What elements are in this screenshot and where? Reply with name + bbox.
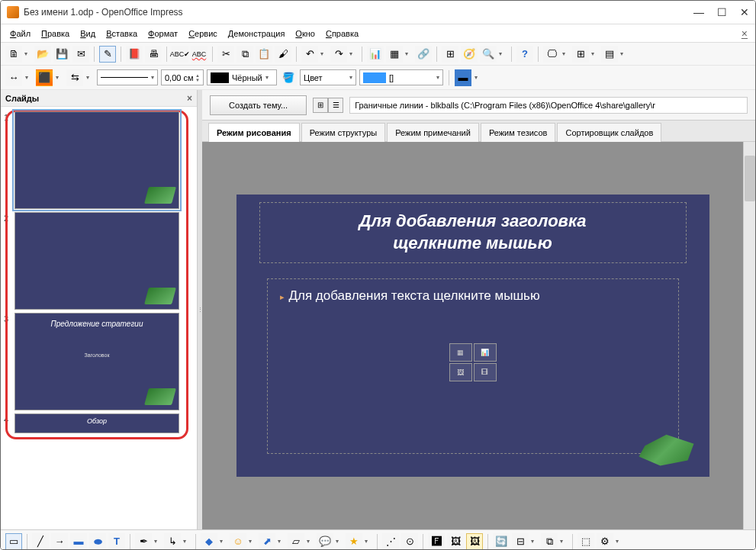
- print-button[interactable]: 🖶: [145, 46, 162, 63]
- gallery-view-toggle[interactable]: ⊞ ☰: [313, 98, 343, 113]
- zoom-button[interactable]: 🔍: [480, 46, 497, 63]
- document-close-button[interactable]: ×: [738, 27, 751, 40]
- new-button[interactable]: 🗎: [5, 46, 22, 63]
- insert-image-icon[interactable]: 🖼: [449, 363, 472, 381]
- email-button[interactable]: ✉: [72, 46, 89, 63]
- sym-dd[interactable]: ▾: [249, 538, 256, 545]
- linecol-dd[interactable]: ▾: [56, 74, 63, 81]
- line-color-combo[interactable]: Чёрный▾: [207, 69, 277, 85]
- redo-button[interactable]: ↷: [330, 46, 347, 63]
- edit-mode-button[interactable]: ✎: [99, 46, 116, 63]
- line-style-button[interactable]: ⇆: [66, 69, 83, 86]
- gallery-tool[interactable]: 🖼: [466, 533, 483, 550]
- st-dd[interactable]: ▾: [365, 538, 372, 545]
- line-color-button[interactable]: ⬛: [36, 69, 53, 86]
- rectangle-tool[interactable]: ▬: [70, 533, 87, 550]
- fontwork-tool[interactable]: 🅵: [428, 533, 445, 550]
- tab-sorter[interactable]: Сортировщик слайдов: [557, 123, 661, 142]
- linestyle-dd[interactable]: ▾: [86, 74, 94, 81]
- line-tool[interactable]: ╱: [32, 533, 49, 550]
- menu-insert[interactable]: Вставка: [101, 27, 142, 40]
- fill-type-combo[interactable]: Цвет▾: [300, 69, 356, 85]
- extrusion-tool[interactable]: ⬚: [577, 533, 594, 550]
- co-dd[interactable]: ▾: [336, 538, 343, 545]
- design-dropdown[interactable]: ▾: [620, 50, 628, 57]
- menu-view[interactable]: Вид: [76, 27, 100, 40]
- menu-format[interactable]: Формат: [143, 27, 182, 40]
- rotate-tool[interactable]: 🔄: [493, 533, 510, 550]
- menu-slideshow[interactable]: Демонстрация: [224, 27, 290, 40]
- title-placeholder[interactable]: Для добавления заголовка щелкните мышью: [259, 202, 687, 263]
- slide-preview[interactable]: [14, 212, 179, 310]
- layout-dropdown[interactable]: ▾: [591, 50, 599, 57]
- tab-notes[interactable]: Режим примечаний: [387, 123, 479, 142]
- tab-outline[interactable]: Режим структуры: [301, 123, 386, 142]
- slide-preview[interactable]: [14, 111, 179, 209]
- fc-dd[interactable]: ▾: [307, 538, 314, 545]
- curve-dd[interactable]: ▾: [154, 538, 162, 545]
- slideshow-button[interactable]: 🖵: [543, 46, 560, 63]
- open-button[interactable]: 📂: [34, 46, 51, 63]
- stars-tool[interactable]: ★: [346, 533, 362, 550]
- line-width-input[interactable]: 0,00 см▲▼: [161, 69, 204, 85]
- slide-preview[interactable]: Обзор: [14, 413, 179, 433]
- help-button[interactable]: ?: [516, 46, 533, 63]
- export-pdf-button[interactable]: 📕: [126, 46, 143, 63]
- menu-edit[interactable]: Правка: [37, 27, 74, 40]
- line-style-combo[interactable]: ▾: [97, 69, 158, 85]
- points-tool[interactable]: ⋰: [382, 533, 399, 550]
- table-dropdown[interactable]: ▾: [405, 50, 413, 57]
- navigator-button[interactable]: 🧭: [461, 46, 478, 63]
- conn-dd[interactable]: ▾: [183, 538, 191, 545]
- ellipse-tool[interactable]: ⬬: [89, 533, 106, 550]
- text-tool[interactable]: T: [108, 533, 125, 550]
- menu-help[interactable]: Справка: [321, 27, 363, 40]
- scroll-thumb[interactable]: [745, 156, 755, 201]
- arrow-tool[interactable]: →: [51, 533, 68, 550]
- icon-view-icon[interactable]: ⊞: [313, 98, 328, 113]
- area-button[interactable]: 🪣: [280, 69, 297, 86]
- symbol-shapes-tool[interactable]: ☺: [230, 533, 246, 550]
- insert-chart-icon[interactable]: 📊: [474, 343, 497, 362]
- close-button[interactable]: ✕: [740, 8, 749, 17]
- slideshow-dropdown[interactable]: ▾: [562, 50, 570, 57]
- list-view-icon[interactable]: ☰: [328, 98, 343, 113]
- slide-panel-close[interactable]: ×: [187, 93, 192, 104]
- slide-thumbnail[interactable]: 2: [4, 212, 194, 310]
- vertical-scrollbar[interactable]: [743, 142, 755, 529]
- menu-tools[interactable]: Сервис: [184, 27, 222, 40]
- minimize-button[interactable]: —: [694, 8, 703, 17]
- create-theme-button[interactable]: Создать тему...: [210, 95, 307, 115]
- slide-design-button[interactable]: ▤: [601, 46, 618, 63]
- slide-thumbnail[interactable]: 4 Обзор: [4, 413, 194, 433]
- paste-button[interactable]: 📋: [256, 46, 272, 63]
- ar-dd[interactable]: ▾: [560, 538, 568, 545]
- content-placeholder[interactable]: ▸Для добавления текста щелкните мышью ▦ …: [267, 278, 679, 454]
- zoom-dropdown[interactable]: ▾: [499, 50, 507, 57]
- ba-dd[interactable]: ▾: [278, 538, 285, 545]
- slide[interactable]: Для добавления заголовка щелкните мышью …: [236, 195, 709, 477]
- bs-dd[interactable]: ▾: [220, 538, 227, 545]
- flowchart-tool[interactable]: ▱: [288, 533, 304, 550]
- drawing-more[interactable]: ▾: [616, 538, 623, 545]
- format-paintbrush-button[interactable]: 🖌: [275, 46, 291, 63]
- new-dropdown[interactable]: ▾: [24, 50, 32, 57]
- slide-layout-button[interactable]: ⊞: [572, 46, 589, 63]
- interaction-tool[interactable]: ⚙: [597, 533, 613, 550]
- glue-tool[interactable]: ⊙: [401, 533, 418, 550]
- maximize-button[interactable]: ☐: [717, 8, 726, 17]
- from-file-tool[interactable]: 🖼: [447, 533, 464, 550]
- al-dd[interactable]: ▾: [531, 538, 539, 545]
- cut-button[interactable]: ✂: [217, 46, 234, 63]
- chart-button[interactable]: 📊: [367, 46, 384, 63]
- insert-movie-icon[interactable]: 🎞: [474, 363, 497, 381]
- table-button[interactable]: ▦: [386, 46, 403, 63]
- fill-color-combo[interactable]: []▾: [359, 69, 443, 85]
- redo-dropdown[interactable]: ▾: [349, 50, 357, 57]
- hyperlink-button[interactable]: 🔗: [415, 46, 432, 63]
- curve-tool[interactable]: ✒: [135, 533, 152, 550]
- align-tool[interactable]: ⊟: [512, 533, 529, 550]
- undo-dropdown[interactable]: ▾: [320, 50, 328, 57]
- arrow-dd[interactable]: ▾: [25, 74, 33, 81]
- toolbar2-more[interactable]: ▾: [475, 74, 482, 81]
